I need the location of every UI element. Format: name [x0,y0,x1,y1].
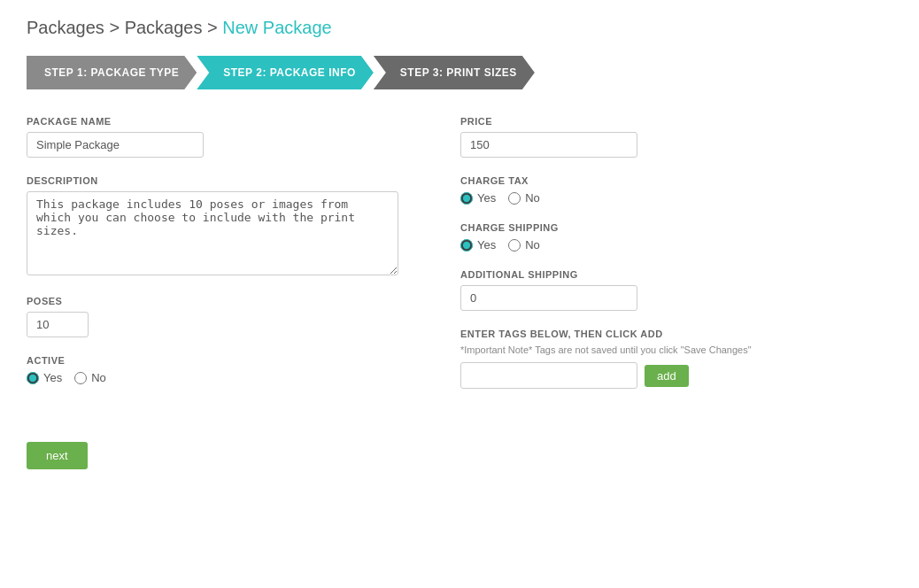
active-no-option[interactable]: No [74,371,106,384]
price-group: PRICE [460,116,892,158]
form-left: PACKAGE NAME DESCRIPTION POSES ACTIVE Ye… [27,116,407,406]
breadcrumb-current: New Package [222,18,331,37]
active-group: ACTIVE Yes No [27,355,407,384]
charge-shipping-no-label: No [525,238,540,251]
step-1[interactable]: STEP 1: PACKAGE TYPE [27,56,197,89]
form-right: PRICE CHARGE TAX Yes No CHARGE SH [460,116,892,406]
poses-label: POSES [27,296,407,306]
stepper: STEP 1: PACKAGE TYPE STEP 2: PACKAGE INF… [27,56,892,89]
tags-note: *Important Note* Tags are not saved unti… [460,344,892,355]
additional-shipping-input[interactable] [460,285,637,311]
step-2-label: STEP 2: PACKAGE INFO [223,66,356,79]
package-name-input[interactable] [27,132,204,158]
active-yes-label: Yes [43,371,62,384]
charge-tax-no-option[interactable]: No [508,191,540,205]
tags-group: ENTER TAGS BELOW, THEN CLICK ADD *Import… [460,329,892,389]
charge-tax-group: CHARGE TAX Yes No [460,175,892,205]
active-yes-option[interactable]: Yes [27,371,62,384]
description-group: DESCRIPTION [27,175,407,278]
poses-group: POSES [27,296,407,337]
breadcrumb-prefix: Packages > Packages > [27,18,222,37]
package-name-group: PACKAGE NAME [27,116,407,158]
active-label: ACTIVE [27,355,407,366]
charge-tax-no-label: No [525,191,540,205]
price-input[interactable] [460,132,637,158]
step-3[interactable]: STEP 3: PRINT SIZES [374,56,535,89]
charge-shipping-yes-label: Yes [477,238,496,251]
next-button[interactable]: next [27,442,88,469]
charge-tax-yes-radio[interactable] [460,192,473,205]
charge-tax-yes-option[interactable]: Yes [460,191,496,205]
charge-tax-radio-group: Yes No [460,191,892,205]
charge-shipping-group: CHARGE SHIPPING Yes No [460,222,892,251]
step-1-label: STEP 1: PACKAGE TYPE [44,66,179,79]
form-container: PACKAGE NAME DESCRIPTION POSES ACTIVE Ye… [27,116,892,406]
active-yes-radio[interactable] [27,372,39,384]
description-input[interactable] [27,191,398,275]
package-name-label: PACKAGE NAME [27,116,407,127]
charge-tax-no-radio[interactable] [508,192,521,205]
footer: next [27,442,892,469]
charge-shipping-no-option[interactable]: No [508,238,540,251]
active-no-label: No [91,371,106,384]
tags-text-input[interactable] [460,362,637,389]
charge-tax-yes-label: Yes [477,191,496,205]
price-label: PRICE [460,116,892,127]
charge-shipping-yes-option[interactable]: Yes [460,238,496,251]
charge-shipping-radio-group: Yes No [460,238,892,251]
add-tag-button[interactable]: add [645,365,689,387]
active-no-radio[interactable] [74,372,87,384]
active-radio-group: Yes No [27,371,407,384]
tags-input-row: add [460,362,892,389]
additional-shipping-group: ADDITIONAL SHIPPING [460,269,892,311]
charge-shipping-no-radio[interactable] [508,239,521,251]
step-2[interactable]: STEP 2: PACKAGE INFO [197,56,374,89]
poses-input[interactable] [27,312,89,337]
charge-shipping-label: CHARGE SHIPPING [460,222,892,233]
additional-shipping-label: ADDITIONAL SHIPPING [460,269,892,280]
step-3-label: STEP 3: PRINT SIZES [400,66,517,79]
description-label: DESCRIPTION [27,175,407,186]
tags-label: ENTER TAGS BELOW, THEN CLICK ADD [460,329,892,339]
breadcrumb: Packages > Packages > New Package [27,18,892,38]
charge-tax-label: CHARGE TAX [460,175,892,186]
charge-shipping-yes-radio[interactable] [460,239,473,251]
